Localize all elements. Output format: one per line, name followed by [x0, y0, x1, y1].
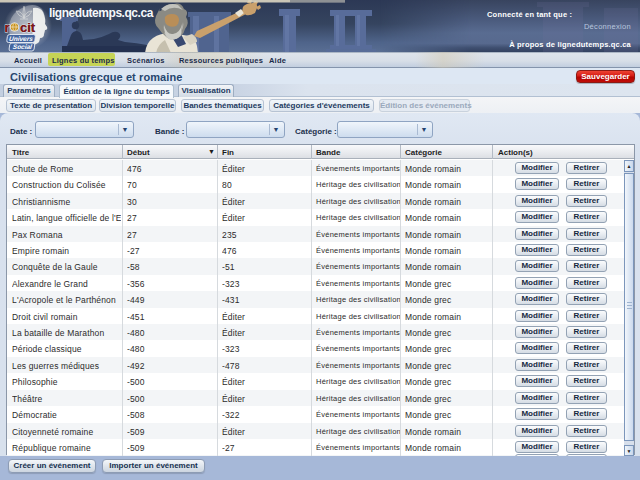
svg-text:r: r — [5, 20, 10, 35]
svg-text:Social: Social — [12, 43, 32, 50]
svg-text:Univers: Univers — [9, 35, 34, 42]
svg-text:cit: cit — [20, 20, 36, 35]
